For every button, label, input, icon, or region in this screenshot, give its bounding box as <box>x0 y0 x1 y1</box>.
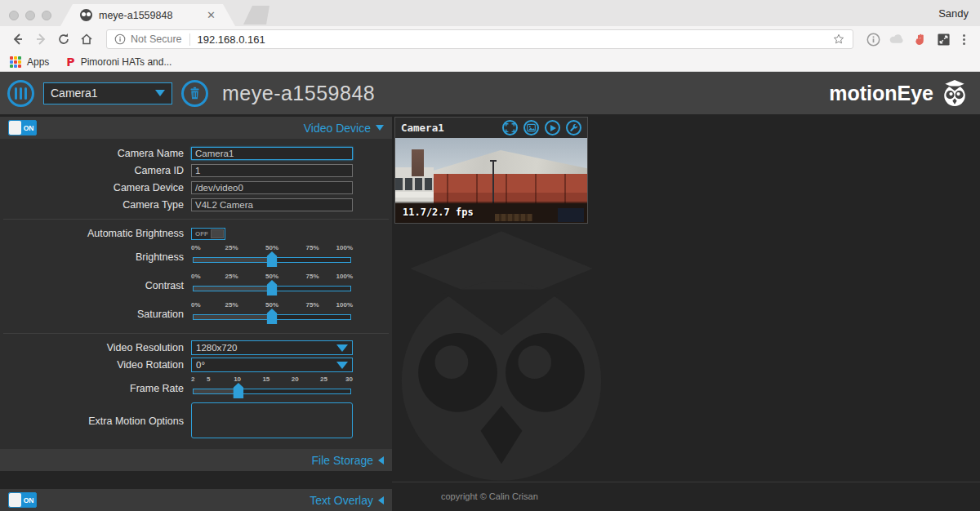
pictures-button[interactable] <box>523 120 539 136</box>
section-collapsed-icon <box>378 496 384 504</box>
tick-label: 75% <box>305 244 318 251</box>
frame-rate-label: Frame Rate <box>0 375 191 394</box>
extension-stop-hand-icon[interactable] <box>914 33 928 47</box>
section-title[interactable]: Text Overlay <box>310 494 384 507</box>
video-device-toggle[interactable]: ON <box>8 120 37 136</box>
camera-id-label: Camera ID <box>0 165 191 176</box>
video-rotation-select[interactable]: 0° <box>191 358 353 372</box>
reload-button[interactable] <box>54 29 74 49</box>
video-resolution-select[interactable]: 1280x720 <box>191 340 353 355</box>
tick-label: 50% <box>265 244 278 251</box>
extension-expand-icon[interactable] <box>937 33 951 47</box>
chevron-down-icon <box>336 362 348 369</box>
tick-label: 50% <box>265 273 278 280</box>
tick-label: 15 <box>262 375 270 383</box>
configure-button[interactable] <box>566 120 581 136</box>
section-title-text: Video Device <box>304 122 371 135</box>
tick-label: 25% <box>225 273 238 280</box>
section-title[interactable]: File Storage <box>312 454 384 467</box>
camera-type-label: Camera Type <box>0 199 191 211</box>
bookmark-apps[interactable]: Apps <box>27 56 49 68</box>
select-value: 1280x720 <box>196 343 238 353</box>
camera-preview-titlebar: Camera1 <box>395 118 587 138</box>
tick-label: 75% <box>305 301 318 309</box>
browser-tab[interactable]: meye-a1559848 ✕ <box>60 4 235 26</box>
tick-label: 25% <box>225 301 238 309</box>
camera-select[interactable]: Camera1 <box>43 82 172 104</box>
address-bar[interactable]: Not Secure 192.168.0.161 <box>106 29 853 49</box>
camera-preview-title: Camera1 <box>401 122 497 134</box>
home-button[interactable] <box>77 29 96 49</box>
slider-thumb[interactable] <box>233 383 243 398</box>
browser-chrome: meye-a1559848 ✕ Sandy Not Secure 192.168… <box>0 0 980 72</box>
section-header-text-overlay[interactable]: ON Text Overlay <box>0 489 392 511</box>
slider-thumb[interactable] <box>267 251 278 267</box>
settings-panel: ON Video Device Camera Name Camera ID Ca… <box>0 114 392 511</box>
pimoroni-icon: P <box>66 56 74 69</box>
titlebar: meye-a1559848 ✕ Sandy <box>0 0 980 26</box>
back-button[interactable] <box>8 29 28 49</box>
toggle-knob <box>9 493 21 507</box>
minimize-window-button[interactable] <box>25 11 35 20</box>
fullscreen-button[interactable] <box>502 120 518 136</box>
copyright-text: copyright © Calin Crisan <box>441 491 538 501</box>
url-text[interactable]: 192.168.0.161 <box>198 33 832 46</box>
tick-label: 20 <box>292 375 299 383</box>
close-window-button[interactable] <box>9 11 19 20</box>
main-menu-button[interactable] <box>7 80 34 107</box>
section-title-text: File Storage <box>312 454 373 467</box>
slider-ticks: 0% 25% 50% 75% 100% <box>191 244 353 252</box>
play-icon <box>550 125 556 131</box>
app-header: Camera1 meye-a1559848 motionEye <box>0 72 980 114</box>
brightness-slider[interactable]: 0% 25% 50% 75% 100% <box>191 244 353 263</box>
camera-preview-panel[interactable]: Camera1 <box>394 117 588 224</box>
text-overlay-toggle[interactable]: ON <box>8 492 37 508</box>
tick-label: 100% <box>336 244 353 251</box>
extension-info-icon[interactable] <box>866 33 880 47</box>
info-icon[interactable] <box>114 33 126 45</box>
warehouse-roof <box>417 150 587 176</box>
toggle-state-label: OFF <box>192 230 211 238</box>
section-header-video-device[interactable]: ON Video Device <box>0 117 392 139</box>
automatic-brightness-label: Automatic Brightness <box>0 228 191 239</box>
slider-track[interactable] <box>193 389 351 394</box>
camera-device-label: Camera Device <box>0 182 191 193</box>
tab-close-icon[interactable]: ✕ <box>207 10 216 20</box>
slider-ticks: 0% 25% 50% 75% 100% <box>191 301 353 309</box>
saturation-slider[interactable]: 0% 25% 50% 75% 100% <box>191 301 353 320</box>
extra-motion-options-textarea[interactable] <box>191 402 353 438</box>
camera-type-input <box>191 198 353 211</box>
camera-name-input[interactable] <box>191 147 353 160</box>
tick-label: 100% <box>336 273 353 280</box>
extension-cloud-icon[interactable] <box>889 33 905 45</box>
section-title[interactable]: Video Device <box>304 122 384 135</box>
slider-track[interactable] <box>193 257 351 263</box>
slider-track[interactable] <box>193 314 351 320</box>
play-button[interactable] <box>545 120 560 136</box>
separator <box>3 219 389 220</box>
contrast-slider[interactable]: 0% 25% 50% 75% 100% <box>191 273 353 291</box>
footer: copyright © Calin Crisan <box>392 482 980 503</box>
zoom-window-button[interactable] <box>42 11 51 20</box>
new-tab-button[interactable] <box>243 6 270 24</box>
camera-frame[interactable]: 11.7/2.7 fps <box>395 138 587 223</box>
forward-button[interactable] <box>31 29 51 49</box>
bookmark-pimoroni[interactable]: Pimoroni HATs and... <box>81 56 172 68</box>
automatic-brightness-toggle[interactable]: OFF <box>191 228 225 240</box>
bookmark-star-icon[interactable] <box>832 33 845 46</box>
brand-name: motionEye <box>829 82 933 105</box>
remove-camera-button[interactable] <box>181 80 208 107</box>
security-label[interactable]: Not Secure <box>131 33 182 45</box>
frame-rate-slider[interactable]: 2 5 10 15 20 25 30 <box>191 375 353 394</box>
section-header-file-storage[interactable]: File Storage <box>0 449 392 471</box>
browser-menu-icon[interactable] <box>960 34 969 45</box>
tick-label: 0% <box>191 244 201 251</box>
menu-bars-icon <box>15 87 28 100</box>
slider-track[interactable] <box>193 286 351 291</box>
slider-ticks: 0% 25% 50% 75% 100% <box>191 273 353 281</box>
browser-profile-name[interactable]: Sandy <box>938 7 969 20</box>
slider-thumb[interactable] <box>267 280 278 295</box>
slider-thumb[interactable] <box>267 309 278 324</box>
toggle-knob <box>211 229 224 238</box>
fps-overlay: 11.7/2.7 fps <box>395 202 587 223</box>
